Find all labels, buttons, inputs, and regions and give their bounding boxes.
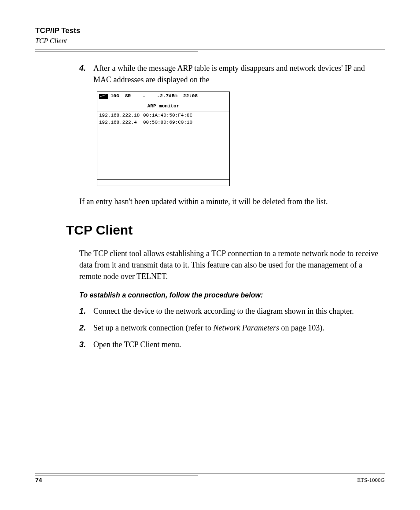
step-2-pre: Set up a network connection (refer to [93,323,213,332]
arp-mac: 00:1A:4D:50:F4:8C [143,112,192,119]
screenshot-status-bar: 10G SR - -2.7dBm 22:08 [97,92,229,101]
header-rule-short [35,51,198,52]
link-icon [99,94,108,99]
step-text: Set up a network connection (refer to Ne… [93,322,380,334]
screenshot-footer-bar [97,179,229,186]
step-number: 2. [79,322,93,334]
procedure-label: To establish a connection, follow the pr… [79,290,380,300]
status-time: 22:08 [183,93,198,100]
step-text: Connect the device to the network accord… [93,305,380,317]
status-dash: - [143,93,146,100]
arp-row: 192.168.222.18 00:1A:4D:50:F4:8C [99,112,228,119]
step-4: 4. After a while the message ARP table i… [79,62,380,85]
step-text: Open the TCP Client menu. [93,339,380,350]
page-footer: 74 ETS-1000G [35,473,385,484]
footer-rule-full [35,473,385,474]
step-2-reference: Network Parameters [213,323,279,332]
footer-rule-short [35,475,198,476]
status-dbm: -2.7dBm [157,93,177,100]
step-1: 1. Connect the device to the network acc… [79,305,380,317]
device-model: ETS-1000G [357,477,385,484]
section-subtitle: TCP Client [35,37,385,45]
arp-ip: 192.168.222.4 [99,119,143,126]
step-2: 2. Set up a network connection (refer to… [79,322,380,334]
main-content: 4. After a while the message ARP table i… [79,62,380,350]
page-header: TCP/IP Tests TCP Client [35,26,385,52]
step-number: 3. [79,339,93,350]
chapter-title: TCP/IP Tests [35,26,385,35]
arp-mac: 00:50:8D:69:C0:10 [143,119,192,126]
tcp-intro-paragraph: The TCP client tool allows establishing … [79,248,380,282]
step-3: 3. Open the TCP Client menu. [79,339,380,350]
status-mode: SR [125,93,131,100]
step-text: After a while the message ARP table is e… [93,62,380,85]
after-screenshot-paragraph: If an entry hasn't been updated within a… [79,196,380,207]
step-number: 1. [79,305,93,317]
arp-ip: 192.168.222.18 [99,112,143,119]
header-rule-full [35,49,385,50]
arp-row: 192.168.222.4 00:50:8D:69:C0:10 [99,119,228,126]
page-number: 74 [35,477,42,484]
screenshot-body: 192.168.222.18 00:1A:4D:50:F4:8C 192.168… [97,111,229,179]
arp-monitor-screenshot: 10G SR - -2.7dBm 22:08 ARP monitor 192.1… [97,92,230,186]
status-speed: 10G [111,93,119,100]
step-2-post: on page 103). [279,323,324,332]
tcp-client-heading: TCP Client [66,220,380,240]
step-number: 4. [79,62,93,85]
screenshot-title: ARP monitor [97,101,229,111]
